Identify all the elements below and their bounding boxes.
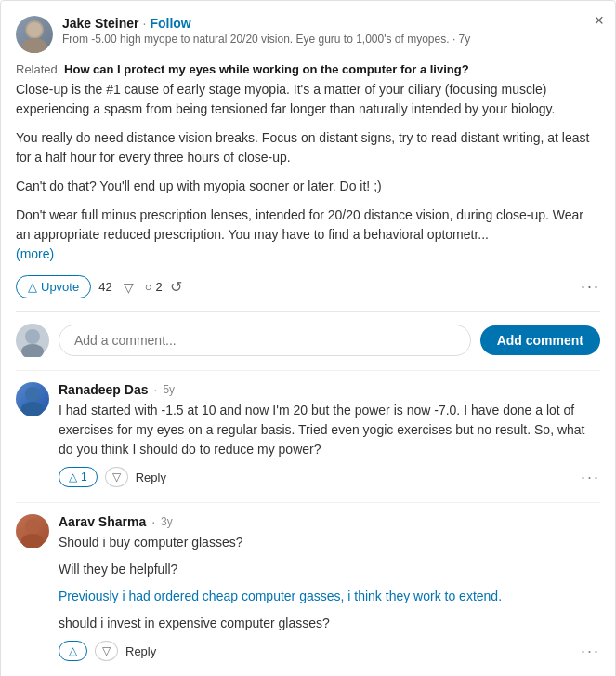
ranadeep-author-line: Ranadeep Das · 5y bbox=[59, 382, 600, 397]
ranadeep-upvote-count: 1 bbox=[81, 471, 87, 484]
svg-point-5 bbox=[25, 387, 40, 402]
ranadeep-upvote-icon: △ bbox=[69, 471, 77, 484]
separator-dot: · bbox=[143, 16, 147, 31]
author-description: From -5.00 high myope to natural 20/20 v… bbox=[62, 33, 600, 46]
more-link[interactable]: (more) bbox=[16, 246, 54, 261]
svg-point-3 bbox=[25, 329, 40, 344]
svg-point-2 bbox=[27, 22, 42, 37]
downvote-button[interactable]: ▽ bbox=[120, 278, 138, 297]
author-avatar bbox=[16, 16, 53, 53]
aarav-time: 3y bbox=[161, 515, 173, 528]
aarav-reply-button[interactable]: Reply bbox=[125, 644, 156, 658]
upvote-count: 42 bbox=[98, 280, 111, 294]
ranadeep-comment-actions: △ 1 ▽ Reply ··· bbox=[59, 467, 600, 487]
aarav-line-2: Will they be helpfull? bbox=[59, 560, 600, 579]
ranadeep-more-button[interactable]: ··· bbox=[581, 468, 600, 487]
comment-input-row: Add comment bbox=[16, 311, 600, 357]
content-p1: Close-up is the #1 cause of early stage … bbox=[16, 80, 600, 119]
author-name: Jake Steiner bbox=[62, 16, 139, 31]
ranadeep-reply-button[interactable]: Reply bbox=[136, 471, 166, 484]
jake-avatar-img bbox=[16, 16, 53, 53]
content-p4: Don't wear full minus prescription lense… bbox=[16, 205, 600, 264]
ranadeep-avatar bbox=[16, 382, 49, 416]
upvote-button[interactable]: △ Upvote bbox=[16, 275, 91, 298]
svg-point-7 bbox=[25, 519, 40, 534]
content-p2: You really do need distance vision break… bbox=[16, 128, 600, 167]
comment-section: Ranadeep Das · 5y I had started with -1.… bbox=[16, 370, 600, 661]
ranadeep-downvote-button[interactable]: ▽ bbox=[105, 467, 128, 487]
comment-input-field[interactable] bbox=[59, 325, 471, 356]
close-button[interactable]: × bbox=[594, 12, 604, 29]
share-button[interactable]: ↺ bbox=[170, 278, 182, 296]
author-info: Jake Steiner · Follow From -5.00 high my… bbox=[62, 16, 600, 46]
actions-bar: △ Upvote 42 ▽ ○ 2 ↺ ··· bbox=[16, 275, 600, 298]
aarav-name: Aarav Sharma bbox=[59, 514, 146, 529]
content-p3: Can't do that? You'll end up with myopia… bbox=[16, 177, 600, 196]
aarav-line-1: Should i buy computer glasses? bbox=[59, 533, 600, 552]
aarav-downvote-button[interactable]: ▽ bbox=[95, 641, 118, 661]
follow-link[interactable]: Follow bbox=[150, 16, 190, 31]
ranadeep-comment-body: Ranadeep Das · 5y I had started with -1.… bbox=[59, 382, 600, 487]
comment-count[interactable]: ○ 2 bbox=[145, 280, 163, 294]
aarav-author-line: Aarav Sharma · 3y bbox=[59, 514, 600, 529]
ranadeep-name: Ranadeep Das bbox=[59, 382, 148, 397]
aarav-more-button[interactable]: ··· bbox=[581, 642, 600, 661]
aarav-line-4: should i invest in expensive computer gl… bbox=[59, 614, 600, 633]
post-header: Jake Steiner · Follow From -5.00 high my… bbox=[16, 16, 600, 53]
add-comment-button[interactable]: Add comment bbox=[480, 325, 600, 355]
aarav-upvote-button[interactable]: △ bbox=[59, 641, 87, 661]
related-label: Related How can I protect my eyes while … bbox=[16, 62, 600, 76]
related-question: How can I protect my eyes while working … bbox=[64, 62, 469, 76]
author-line: Jake Steiner · Follow bbox=[62, 16, 600, 31]
ranadeep-comment-text: I had started with -1.5 at 10 and now I'… bbox=[59, 401, 600, 459]
main-content: Close-up is the #1 cause of early stage … bbox=[16, 80, 600, 264]
more-options-button[interactable]: ··· bbox=[581, 277, 600, 297]
aarav-comment-body: Aarav Sharma · 3y Should i buy computer … bbox=[59, 514, 600, 661]
svg-point-4 bbox=[21, 344, 44, 357]
svg-point-8 bbox=[21, 534, 44, 548]
aarav-avatar bbox=[16, 514, 49, 548]
svg-point-6 bbox=[21, 402, 44, 416]
aarav-upvote-icon: △ bbox=[69, 644, 77, 657]
svg-point-1 bbox=[21, 38, 47, 53]
aarav-comment-text: Should i buy computer glasses? Will they… bbox=[59, 533, 600, 633]
main-card: Jake Steiner · Follow From -5.00 high my… bbox=[0, 0, 616, 676]
aarav-comment-actions: △ ▽ Reply ··· bbox=[59, 641, 600, 661]
comment-item-aarav: Aarav Sharma · 3y Should i buy computer … bbox=[16, 502, 600, 661]
ranadeep-upvote-button[interactable]: △ 1 bbox=[59, 467, 98, 487]
upvote-label: Upvote bbox=[41, 280, 79, 294]
comment-item-ranadeep: Ranadeep Das · 5y I had started with -1.… bbox=[16, 370, 600, 487]
current-user-avatar bbox=[16, 324, 49, 357]
ranadeep-time: 5y bbox=[163, 383, 175, 396]
upvote-arrow-icon: △ bbox=[28, 280, 37, 294]
comment-bubble-icon: ○ bbox=[145, 280, 152, 294]
aarav-line-3: Previously i had ordered cheap computer … bbox=[59, 587, 600, 606]
